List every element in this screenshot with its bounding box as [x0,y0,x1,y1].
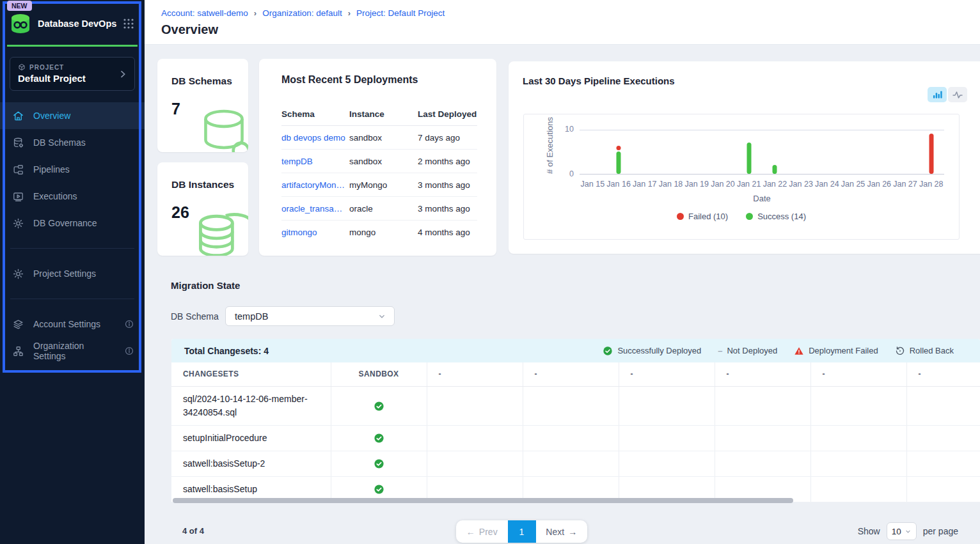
column-header-empty: - [427,362,523,386]
db-schema-select-value: tempDB [235,311,268,322]
changesets-table-container: Total Changesets: 4 Successfully Deploye… [171,339,980,502]
layers-gear-icon [12,318,24,330]
chart-bar-success [747,143,751,174]
database-stack-illustration-icon [192,205,248,256]
table-row: sql/2024-10-14-12-06-member-34240854.sql [171,386,980,425]
chart-plot [580,130,944,175]
sidebar-item-organization-settings[interactable]: Organization Settings [0,338,145,364]
sidebar-item-label: Organization Settings [33,341,115,361]
sandbox-status-cell [331,451,427,476]
empty-cell [427,451,523,476]
top-header: Account: satwell-demo › Organization: de… [145,0,980,45]
legend-rolled-back: Rolled Back [895,346,954,356]
page-size-value: 10 [892,527,901,536]
info-icon[interactable] [124,346,134,356]
project-name: Default Project [18,73,127,84]
empty-cell [715,451,810,476]
table-row: satwell:basisSetup-2 [171,451,980,476]
sidebar-nav: Overview DB Schemas Pipelines Executions… [0,102,145,364]
project-label-row: PROJECT [18,63,127,71]
prev-page-button[interactable]: ← Prev [456,527,508,537]
breadcrumb-project[interactable]: Project: Default Project [356,8,445,18]
line-chart-toggle-button[interactable] [948,87,967,102]
chart-category-slot [631,130,658,174]
empty-cell [715,425,810,451]
column-header-empty: - [619,362,715,386]
chevron-down-icon [377,312,386,321]
schema-link[interactable]: gitmongo [281,228,349,237]
sidebar-item-label: Account Settings [33,319,100,329]
schema-link[interactable]: oracle_transact... [281,204,349,214]
chart-category-slot [762,130,788,174]
legend-item-failed: Failed (10) [677,212,728,221]
column-header-schema: Schema [281,109,349,119]
sidebar-item-account-settings[interactable]: Account Settings [0,311,145,338]
chart-type-toggle [928,87,967,102]
empty-cell [906,451,980,476]
schema-link[interactable]: artifactoryMongo [281,180,349,190]
play-square-icon [12,190,24,203]
db-schema-select[interactable]: tempDB [225,306,395,326]
sidebar-accent-line [7,45,138,47]
table-row: artifactoryMongo myMongo 3 months ago [281,173,477,197]
horizontal-scrollbar[interactable] [173,498,793,503]
status-success-icon [374,433,384,444]
chart-x-tick-label: Jan 28 [918,180,944,189]
chart-category-slot [684,130,710,174]
next-page-button[interactable]: Next → [536,527,588,537]
chart-category-slot [814,130,840,174]
page-1-button[interactable]: 1 [508,520,536,543]
cube-icon [18,63,26,71]
empty-cell [810,425,906,451]
bar-chart-toggle-button[interactable] [928,87,947,102]
sidebar-item-label: Project Settings [33,268,96,279]
sidebar-item-db-governance[interactable]: DB Governance [0,210,145,237]
empty-cell [427,425,523,451]
sidebar-item-overview[interactable]: Overview [0,102,145,129]
table-row: setupInitialProcedure [171,425,980,451]
chart-category-slot [658,130,684,174]
empty-cell [810,386,906,425]
sidebar-item-executions[interactable]: Executions [0,183,145,210]
app-grid-icon[interactable] [123,18,134,29]
chart-category-slot [736,130,762,174]
column-header-empty: - [906,362,980,386]
sidebar-item-pipelines[interactable]: Pipelines [0,156,145,183]
db-schema-label: DB Schema [171,311,219,322]
chart-category-slot [892,130,919,174]
chevron-right-icon [118,69,128,79]
show-label: Show [858,526,880,536]
legend-label: Rolled Back [910,346,954,355]
page-title: Overview [161,22,218,37]
chart-x-tick-label: Jan 23 [788,180,814,189]
recent-deployments-table: Schema Instance Last Deployed db devops … [281,102,477,244]
schema-link[interactable]: db devops demo [281,133,349,143]
legend-successfully-deployed: Successfully Deployed [603,346,701,356]
chart-category-slot [918,130,944,174]
chart-title: Last 30 Days Pipeline Executions [523,75,675,86]
breadcrumb-organization[interactable]: Organization: default [262,8,342,18]
schema-link[interactable]: tempDB [281,157,349,166]
pagination-count: 4 of 4 [182,526,204,536]
sidebar-item-label: DB Schemas [33,137,86,148]
info-icon[interactable] [124,319,134,329]
table-row: oracle_transact... oracle 3 months ago [281,197,477,221]
changesets-summary-bar: Total Changesets: 4 Successfully Deploye… [171,339,980,362]
total-changesets: Total Changesets: 4 [184,346,269,356]
database-illustration-icon [194,104,248,152]
migration-state-title: Migration State [171,280,240,291]
failed-dot-icon [677,213,684,220]
empty-cell [906,386,980,425]
db-instances-card: DB Instances 26 [157,162,248,256]
sidebar-item-project-settings[interactable]: Project Settings [0,260,145,287]
arrow-right-icon: → [568,527,577,537]
breadcrumb-account[interactable]: Account: satwell-demo [161,8,248,18]
instance-cell: sandbox [349,133,418,143]
empty-cell [523,425,619,451]
sidebar: Database DevOps PROJECT Default Project … [0,0,145,544]
page-size-select[interactable]: 10 [887,522,917,540]
project-selector[interactable]: PROJECT Default Project [10,57,135,91]
gear-icon [12,217,24,229]
sidebar-item-db-schemas[interactable]: DB Schemas [0,129,145,156]
column-header-changesets: CHANGESETS [171,362,331,386]
